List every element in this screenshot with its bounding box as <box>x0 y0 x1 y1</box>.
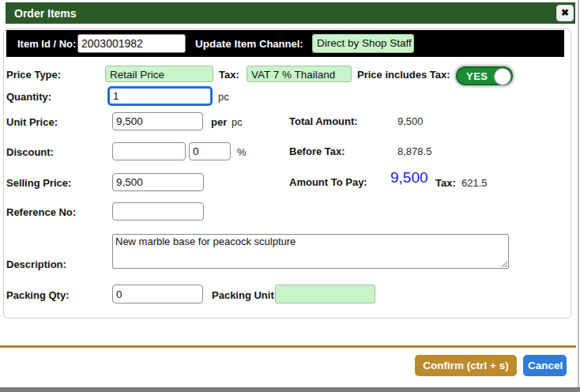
close-icon[interactable]: ✖ <box>556 5 574 21</box>
pay-tax-label: Tax: <box>435 177 456 189</box>
price-type-field[interactable]: Retail Price <box>105 66 213 82</box>
background-page-strip <box>0 387 580 392</box>
per-label: per <box>211 116 227 128</box>
unit-price-input[interactable] <box>112 112 203 130</box>
background-page-edge <box>578 0 579 392</box>
discount-percent-input[interactable] <box>189 142 231 160</box>
pay-tax-value: 621.5 <box>461 177 488 189</box>
tax-field[interactable]: VAT 7 % Thailand <box>247 66 352 82</box>
before-tax-label: Before Tax: <box>289 145 345 157</box>
selling-price-input[interactable] <box>112 173 204 191</box>
update-item-label: Update Item <box>195 38 256 50</box>
item-header-bar: Item Id / No: Update Item Channel: Direc… <box>6 30 564 57</box>
amount-to-pay-label: Amount To Pay: <box>289 176 367 188</box>
packing-unit-field[interactable] <box>275 285 375 303</box>
packing-qty-label: Packing Qty: <box>6 289 69 301</box>
per-unit: pc <box>232 116 243 128</box>
dialog-title: Order Items <box>14 7 77 20</box>
tax-label: Tax: <box>219 69 239 81</box>
channel-label: Channel: <box>259 38 303 50</box>
discount-label: Discount: <box>6 146 54 158</box>
cancel-button[interactable]: Cancel <box>523 355 567 376</box>
reference-no-input[interactable] <box>112 202 204 220</box>
price-type-label: Price Type: <box>6 69 61 81</box>
description-textarea[interactable]: New marble base for peacock sculpture <box>112 234 509 269</box>
toggle-knob <box>494 68 511 85</box>
discount-amount-input[interactable] <box>112 142 186 160</box>
description-label: Description: <box>6 258 66 270</box>
quantity-unit: pc <box>218 91 229 103</box>
percent-sign: % <box>237 146 247 158</box>
before-tax-value: 8,878.5 <box>397 145 431 157</box>
toggle-value-label: YES <box>466 70 488 82</box>
quantity-label: Quantity: <box>6 91 51 103</box>
total-amount-label: Total Amount: <box>289 115 358 127</box>
selling-price-label: Selling Price: <box>6 177 71 189</box>
total-amount-value: 9,500 <box>397 115 424 127</box>
channel-field[interactable]: Direct by Shop Staff <box>312 34 414 53</box>
order-items-dialog: { "modal": { "title": "Order Items", "cl… <box>0 0 580 392</box>
item-id-label: Item Id / No: <box>17 38 76 50</box>
packing-qty-input[interactable] <box>112 285 203 303</box>
packing-unit-label: Packing Unit: <box>212 289 277 301</box>
confirm-button[interactable]: Confirm (ctrl + s) <box>415 355 517 376</box>
dialog-titlebar: Order Items ✖ <box>6 2 575 24</box>
footer-divider <box>0 345 576 348</box>
reference-no-label: Reference No: <box>6 206 76 218</box>
price-includes-tax-toggle[interactable]: YES <box>456 66 513 85</box>
price-includes-tax-label: Price includes Tax: <box>357 69 450 81</box>
unit-price-label: Unit Price: <box>6 116 58 128</box>
item-id-input[interactable] <box>77 34 186 53</box>
quantity-input[interactable] <box>107 86 213 106</box>
amount-to-pay-value: 9,500 <box>390 170 428 186</box>
